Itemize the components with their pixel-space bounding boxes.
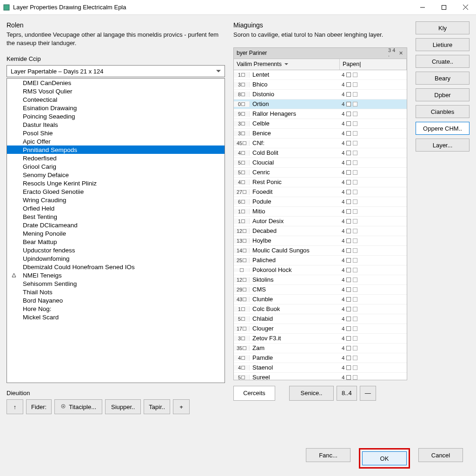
- minimize-button[interactable]: [412, 0, 433, 14]
- list-item[interactable]: Upducstor fendess: [7, 246, 225, 254]
- panel-close-icon[interactable]: ✕: [397, 49, 405, 57]
- table-row[interactable]: 29CMS4: [234, 285, 407, 295]
- edit-icon[interactable]: [353, 307, 357, 311]
- list-item[interactable]: Resocls Unge Kerint Pliniz: [7, 179, 225, 187]
- list-item[interactable]: Drate DClicameand: [7, 221, 225, 229]
- checkbox-icon[interactable]: [346, 131, 351, 136]
- edit-icon[interactable]: [353, 112, 357, 116]
- checkbox-icon[interactable]: [346, 199, 351, 204]
- table-row[interactable]: 4Pamdle4: [234, 353, 407, 363]
- edit-icon[interactable]: [353, 229, 357, 233]
- table-row[interactable]: 1Lentet4: [234, 70, 407, 80]
- checkbox-icon[interactable]: [346, 258, 351, 263]
- cerceits-button[interactable]: Cerceits: [233, 386, 275, 401]
- list-item[interactable]: Eracto Gloed Senotiie: [7, 187, 225, 196]
- edit-icon[interactable]: [353, 190, 357, 194]
- list-item[interactable]: Sehisomm Sentling: [7, 279, 225, 288]
- col-header-1[interactable]: Vailim Premennts: [234, 59, 340, 70]
- table-row[interactable]: 12Sktolins4: [234, 275, 407, 285]
- list-item[interactable]: Poincing Seaeding: [7, 112, 225, 120]
- list-item[interactable]: Dastur Iteals: [7, 120, 225, 129]
- checkbox-icon[interactable]: [346, 287, 351, 292]
- edit-icon[interactable]: [353, 160, 357, 165]
- edit-icon[interactable]: [353, 238, 357, 243]
- maximize-button[interactable]: [433, 0, 455, 14]
- checkbox-icon[interactable]: [346, 141, 351, 145]
- fanc-button[interactable]: Fanc...: [306, 448, 350, 462]
- checkbox-icon[interactable]: [346, 180, 351, 185]
- ok-button[interactable]: OK: [362, 451, 407, 465]
- table-row[interactable]: 13Hoylbe4: [234, 236, 407, 246]
- checkbox-icon[interactable]: [346, 151, 351, 155]
- senice-button[interactable]: Senice..: [289, 386, 334, 401]
- table-row[interactable]: 14Moulic Cauld Sungos4: [234, 246, 407, 256]
- table-row[interactable]: 1Mitio4: [234, 207, 407, 217]
- cancel-button[interactable]: Cancel: [418, 448, 463, 462]
- edit-icon[interactable]: [353, 258, 357, 263]
- checkbox-icon[interactable]: [346, 209, 351, 214]
- side-button[interactable]: Kly: [416, 21, 469, 34]
- table-row[interactable]: 17Clouger4: [234, 324, 407, 334]
- tapir-button[interactable]: Tapir..: [144, 399, 170, 414]
- layer-combobox[interactable]: Layer Papertable – Dayis 21 x 124: [7, 65, 225, 77]
- edit-icon[interactable]: [353, 199, 357, 204]
- table-row[interactable]: 43Clunble4: [234, 295, 407, 304]
- table-row[interactable]: 3Celble4: [234, 119, 407, 129]
- edit-icon[interactable]: [353, 278, 357, 282]
- checkbox-icon[interactable]: [346, 307, 351, 311]
- side-button[interactable]: Layer...: [416, 139, 469, 152]
- list-item[interactable]: Best Tenting: [7, 212, 225, 221]
- table-row[interactable]: 5Cenric4: [234, 168, 407, 178]
- edit-icon[interactable]: [353, 219, 357, 224]
- table-row[interactable]: 4Staenol4: [234, 363, 407, 373]
- list-item[interactable]: Upindownfoming: [7, 254, 225, 263]
- siupper-button[interactable]: Siupper..: [105, 399, 141, 414]
- table-row[interactable]: 8Distonio4: [234, 90, 407, 99]
- close-button[interactable]: [455, 0, 476, 14]
- edit-icon[interactable]: [353, 141, 357, 145]
- side-button[interactable]: Beary: [416, 72, 469, 85]
- checkbox-icon[interactable]: [346, 336, 351, 341]
- checkbox-icon[interactable]: [346, 278, 351, 282]
- list-item[interactable]: Wring Crauding: [7, 196, 225, 204]
- list-item[interactable]: Hore Nog:: [7, 304, 225, 313]
- titaciple-button[interactable]: Titaciple...: [54, 399, 102, 414]
- table-row[interactable]: 4Cold Bolit4: [234, 148, 407, 158]
- edit-icon[interactable]: [353, 73, 357, 77]
- list-item[interactable]: Esination Drawaing: [7, 104, 225, 112]
- edit-icon[interactable]: [353, 375, 357, 380]
- list-item[interactable]: Dbemizald Could Honefroam Sened IOs: [7, 263, 225, 271]
- table-row[interactable]: 27Fooedit4: [234, 187, 407, 197]
- edit-icon[interactable]: [353, 317, 357, 321]
- move-up-button[interactable]: ↑: [7, 399, 23, 414]
- edit-icon[interactable]: [353, 180, 357, 185]
- edit-icon[interactable]: [353, 82, 357, 87]
- edit-icon[interactable]: [353, 102, 357, 106]
- checkbox-icon[interactable]: [346, 219, 351, 224]
- table-row[interactable]: 3Zetov F3.it4: [234, 334, 407, 344]
- list-item[interactable]: RMS Vosol Qulier: [7, 87, 225, 95]
- edit-icon[interactable]: [353, 356, 357, 360]
- checkbox-icon[interactable]: [346, 170, 351, 175]
- list-item[interactable]: Pnnitiand Sempods: [7, 145, 225, 154]
- checkbox-icon[interactable]: [346, 121, 351, 126]
- table-row[interactable]: Pokorool Hock4: [234, 265, 407, 275]
- checkbox-icon[interactable]: [346, 326, 351, 331]
- table-row[interactable]: 12Decabed4: [234, 226, 407, 236]
- side-button[interactable]: Cruate..: [416, 55, 469, 68]
- checkbox-icon[interactable]: [346, 112, 351, 116]
- checkbox-icon[interactable]: [346, 190, 351, 194]
- list-item[interactable]: Redoerfised: [7, 154, 225, 162]
- checkbox-icon[interactable]: [346, 92, 351, 97]
- side-button[interactable]: Oppere CHM..: [416, 122, 469, 135]
- table-row[interactable]: 1Colc Buok4: [234, 304, 407, 314]
- list-item[interactable]: Posol Shie: [7, 129, 225, 137]
- list-item[interactable]: Conteectical: [7, 95, 225, 104]
- table-row[interactable]: 0Ortion4: [234, 99, 407, 109]
- table-row[interactable]: 35Zam4: [234, 344, 407, 353]
- table-row[interactable]: 25Paliched4: [234, 256, 407, 265]
- list-item[interactable]: DMEI CanDenies: [7, 79, 225, 87]
- dash-button[interactable]: —: [360, 386, 376, 401]
- list-item[interactable]: Mening Ponoile: [7, 229, 225, 238]
- side-button[interactable]: Cianbles: [416, 105, 469, 118]
